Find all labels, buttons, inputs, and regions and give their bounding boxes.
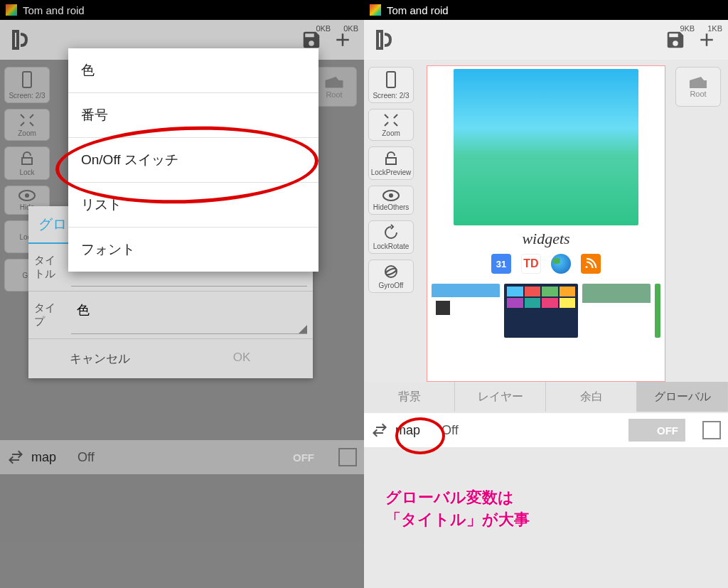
widgets-label: widgets [427, 230, 665, 248]
type-label: タイプ [28, 292, 71, 338]
swap-icon [371, 422, 388, 439]
type-field[interactable]: 色 [71, 292, 307, 334]
popup-item-switch[interactable]: On/Off スイッチ [68, 138, 318, 183]
statusbar: Tom and roid [0, 0, 364, 20]
popup-item-list[interactable]: リスト [68, 183, 318, 228]
statusbar-title: Tom and roid [23, 4, 85, 16]
app-logo [6, 23, 38, 56]
popup-item-number[interactable]: 番号 [68, 93, 318, 138]
root-button[interactable]: Root [675, 67, 721, 107]
lock-preview-button[interactable]: LockPreview [368, 146, 414, 180]
thumb-3[interactable] [582, 284, 651, 338]
svg-point-2 [25, 193, 29, 198]
global-checkbox[interactable] [702, 421, 721, 439]
global-checkbox[interactable] [338, 448, 357, 466]
global-toggle[interactable]: OFF [628, 419, 685, 442]
app-icon [370, 4, 381, 16]
rss-icon [581, 254, 601, 274]
canvas[interactable]: widgets 31 TD [427, 65, 665, 382]
calendar-icon: 31 [491, 254, 511, 274]
global-name[interactable]: map [31, 450, 56, 465]
statusbar: Tom and roid [364, 0, 728, 20]
size-indicator: 0KB0KB [316, 24, 358, 33]
popup-item-font[interactable]: フォント [68, 228, 318, 272]
thumb-4[interactable] [655, 284, 660, 338]
swap-icon [7, 449, 24, 466]
global-name[interactable]: map [395, 423, 420, 438]
hide-others-button[interactable]: HideOthers [368, 186, 414, 215]
global-value: Off [441, 423, 459, 438]
toolbar: 9KB1KB [364, 20, 728, 60]
statusbar-title: Tom and roid [387, 4, 449, 16]
type-popup: 色 番号 On/Off スイッチ リスト フォント [68, 48, 318, 272]
gyro-button[interactable]: GyroOff [368, 260, 414, 293]
app-icon [6, 4, 17, 16]
left-screenshot: Tom and roid 0KB0KB Screen: 2/3 Zoom Loc… [0, 0, 364, 588]
tab-background[interactable]: 背景 [364, 382, 455, 412]
cancel-button[interactable]: キャンセル [28, 339, 171, 378]
zoom-button[interactable]: Zoom [368, 109, 414, 141]
sidebar: Screen: 2/3 Zoom LockPreview HideOthers … [368, 67, 418, 293]
tab-margin[interactable]: 余白 [546, 382, 637, 412]
tab-layer[interactable]: レイヤー [455, 382, 546, 412]
right-screenshot: Tom and roid 9KB1KB Screen: 2/3 Zoom Loc… [364, 0, 728, 588]
app-logo [370, 23, 402, 56]
globals-row: map Off OFF [0, 440, 364, 474]
zoom-button[interactable]: Zoom [4, 109, 50, 141]
global-toggle[interactable]: OFF [264, 446, 321, 469]
svg-rect-0 [23, 72, 31, 87]
thumb-1[interactable] [432, 284, 500, 338]
dropdown-corner-icon [297, 324, 307, 333]
tab-global[interactable]: グローバル [637, 382, 728, 412]
thumbnail-row [432, 284, 660, 338]
todoist-icon: TD [521, 254, 541, 274]
wallpaper-preview [454, 69, 638, 225]
earth-icon [551, 254, 571, 274]
svg-rect-3 [387, 72, 395, 87]
popup-item-color[interactable]: 色 [68, 48, 318, 93]
svg-point-5 [389, 193, 393, 198]
annotation-text: グローバル変数は 「タイトル」が大事 [385, 487, 530, 531]
size-indicator: 9KB1KB [680, 24, 722, 33]
thumb-2[interactable] [504, 284, 578, 338]
lock-preview-button[interactable]: Lock [4, 146, 50, 180]
tab-bar: 背景 レイヤー 余白 グローバル [364, 382, 728, 412]
global-value: Off [77, 450, 95, 465]
lock-rotate-button[interactable]: LockRotate [368, 220, 414, 254]
globals-row: map Off OFF [364, 413, 728, 447]
widget-icons: 31 TD [427, 254, 665, 274]
ok-button[interactable]: OK [171, 339, 313, 378]
title-label: タイトル [28, 244, 71, 291]
screen-button[interactable]: Screen: 2/3 [368, 67, 414, 103]
screen-button[interactable]: Screen: 2/3 [4, 67, 50, 103]
